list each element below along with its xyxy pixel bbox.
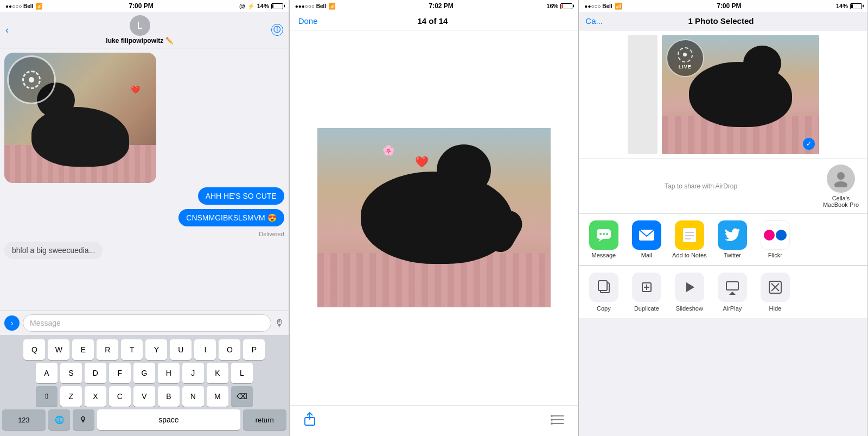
key-R[interactable]: R: [97, 339, 118, 360]
partial-bubble: bhlol a big sweecuedia...: [4, 242, 103, 259]
twitter-app-icon: [718, 220, 747, 250]
wifi-icon-2: 📶: [328, 3, 336, 10]
key-L[interactable]: L: [231, 363, 253, 383]
svg-point-5: [551, 415, 553, 417]
key-P[interactable]: P: [243, 339, 265, 360]
key-123[interactable]: 123: [2, 409, 46, 430]
keyboard-row-1: Q W E R T Y U I O P: [2, 339, 286, 360]
flickr-pink-dot: [764, 230, 775, 241]
keyboard: Q W E R T Y U I O P A S D F G H J K L ⇧ …: [0, 335, 289, 436]
action-hide[interactable]: Hide: [755, 273, 795, 312]
svg-point-13: [603, 233, 605, 235]
battery-icon-2: [560, 3, 572, 9]
share-title: 1 Photo Selected: [603, 16, 839, 26]
wifi-icon-3: 📶: [615, 3, 622, 10]
live-photo-circle: [7, 55, 56, 104]
done-button[interactable]: Done: [298, 16, 318, 26]
share-app-twitter[interactable]: Twitter: [712, 220, 752, 258]
slideshow-label: Slideshow: [676, 305, 703, 312]
airdrop-person-name: Cella's MacBook Pro: [823, 195, 859, 208]
photo-viewer-body: ❤️ 🌸: [290, 30, 578, 405]
copy-icon: [589, 273, 618, 302]
key-J[interactable]: J: [182, 363, 204, 383]
list-icon[interactable]: [551, 414, 565, 428]
time-3: 7:00 PM: [717, 2, 741, 10]
key-S[interactable]: S: [60, 363, 82, 383]
twitter-app-label: Twitter: [724, 252, 741, 258]
cat-body: [31, 107, 129, 167]
key-K[interactable]: K: [207, 363, 228, 383]
carrier-2: ●●●○○○ Bell: [295, 3, 326, 9]
airplay-icon: [718, 273, 747, 302]
key-I[interactable]: I: [194, 339, 216, 360]
share-app-message[interactable]: Message: [583, 220, 624, 258]
key-Q[interactable]: Q: [23, 339, 45, 360]
share-app-notes[interactable]: Add to Notes: [669, 220, 710, 258]
key-X[interactable]: X: [85, 386, 106, 407]
share-app-mail[interactable]: Mail: [626, 220, 667, 258]
key-Z[interactable]: Z: [60, 386, 82, 407]
expand-button[interactable]: ›: [4, 315, 20, 331]
message-app-icon: [589, 220, 618, 250]
key-G[interactable]: G: [133, 363, 155, 383]
heart-icon-main: ❤️: [415, 155, 429, 168]
message-input[interactable]: Message: [23, 314, 271, 332]
key-V[interactable]: V: [133, 386, 155, 407]
main-cat-body: [361, 172, 513, 264]
airdrop-person[interactable]: Cella's MacBook Pro: [823, 165, 859, 208]
status-bar-1: ●●○○○ Bell 📶 7:00 PM @ ⚡ 14%: [0, 0, 289, 12]
contact-name: luke filipowipowitz ✏️: [106, 37, 174, 45]
key-D[interactable]: D: [85, 363, 106, 383]
key-F[interactable]: F: [109, 363, 131, 383]
key-C[interactable]: C: [109, 386, 131, 407]
share-cancel-button[interactable]: Ca...: [585, 16, 603, 26]
photo-bubble[interactable]: ❤️: [4, 53, 156, 183]
hide-icon: [761, 273, 790, 302]
key-A[interactable]: A: [36, 363, 58, 383]
notes-app-icon: [675, 220, 704, 250]
microphone-icon[interactable]: 🎙: [275, 318, 284, 329]
action-copy[interactable]: Copy: [583, 273, 624, 312]
key-E[interactable]: E: [72, 339, 94, 360]
svg-point-9: [834, 181, 847, 187]
key-M[interactable]: M: [207, 386, 228, 407]
main-photo[interactable]: ❤️ 🌸: [317, 128, 551, 307]
message-input-bar: › Message 🎙: [0, 311, 289, 335]
airplay-label: AirPlay: [723, 305, 742, 312]
key-return[interactable]: return: [243, 409, 286, 430]
carrier-3: ●●○○○ Bell: [584, 3, 612, 9]
flickr-blue-dot: [776, 230, 787, 241]
share-button[interactable]: [303, 412, 317, 429]
time-1: 7:00 PM: [129, 2, 153, 10]
action-airplay[interactable]: AirPlay: [712, 273, 752, 312]
battery-label-3: 14%: [836, 3, 848, 9]
notes-icon: [682, 227, 697, 243]
key-Y[interactable]: Y: [145, 339, 167, 360]
action-slideshow[interactable]: Slideshow: [669, 273, 710, 312]
preview-thumbnail[interactable]: LIVE ✓: [662, 35, 819, 154]
battery-label-1: 14%: [257, 3, 269, 9]
key-shift[interactable]: ⇧: [36, 386, 58, 407]
back-button[interactable]: ‹: [5, 24, 9, 36]
action-duplicate[interactable]: Duplicate: [626, 273, 667, 312]
svg-marker-11: [598, 239, 603, 242]
main-cat-head: [437, 144, 491, 196]
key-N[interactable]: N: [182, 386, 204, 407]
key-mic[interactable]: 🎙: [73, 409, 94, 430]
share-app-flickr[interactable]: Flickr: [755, 220, 795, 258]
key-space[interactable]: space: [97, 409, 240, 430]
key-O[interactable]: O: [219, 339, 240, 360]
key-W[interactable]: W: [48, 339, 69, 360]
flickr-app-label: Flickr: [768, 252, 782, 258]
key-B[interactable]: B: [158, 386, 180, 407]
info-button[interactable]: ⓘ: [271, 24, 283, 36]
status-right-1: @ ⚡ 14%: [239, 3, 283, 10]
duplicate-icon: [632, 273, 661, 302]
key-globe[interactable]: 🌐: [48, 409, 70, 430]
key-delete[interactable]: ⌫: [231, 386, 253, 407]
key-H[interactable]: H: [158, 363, 180, 383]
status-left-2: ●●●○○○ Bell 📶: [295, 3, 336, 10]
key-U[interactable]: U: [170, 339, 192, 360]
hide-label: Hide: [769, 305, 782, 312]
key-T[interactable]: T: [121, 339, 143, 360]
